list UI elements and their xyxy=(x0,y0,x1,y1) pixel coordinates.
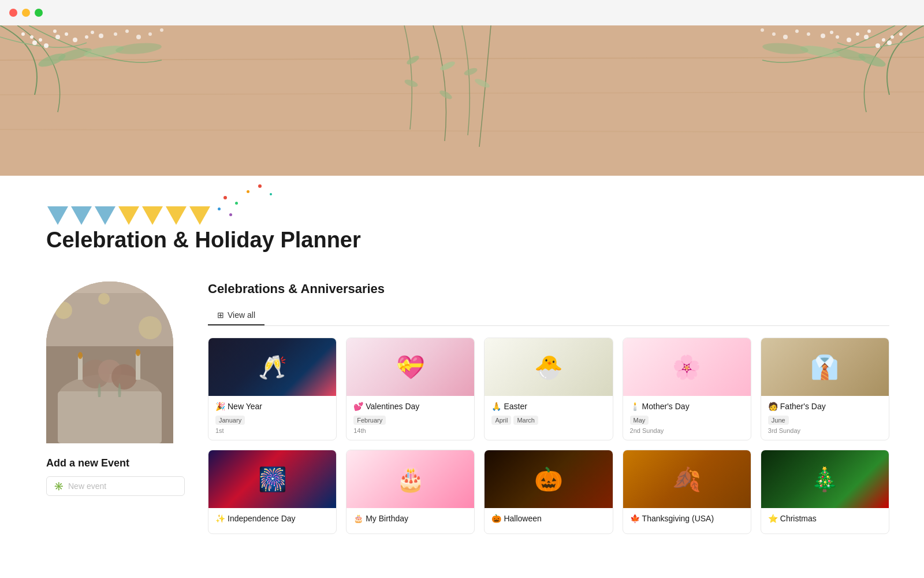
card-title-valentines: 💕 Valentines Day xyxy=(353,402,467,411)
card-new-year[interactable]: 🎉 New Year January 1st xyxy=(208,338,337,440)
page-title-area: Celebration & Holiday Planner xyxy=(0,228,924,253)
card-christmas[interactable]: ⭐ Christmas xyxy=(761,450,889,534)
card-birthday[interactable]: 🎂 My Birthday xyxy=(346,450,475,534)
svg-point-45 xyxy=(762,42,808,56)
confetti-red-2 xyxy=(258,184,262,188)
card-independence[interactable]: ✨ Independence Day xyxy=(208,450,337,534)
card-title-new-year: 🎉 New Year xyxy=(215,402,329,411)
svg-point-57 xyxy=(111,364,137,390)
svg-point-39 xyxy=(783,35,788,39)
svg-point-14 xyxy=(91,31,94,34)
svg-point-63 xyxy=(139,316,162,339)
card-emoji-valentines: 💕 xyxy=(353,402,363,411)
card-body-independence: ✨ Independence Day xyxy=(208,508,336,533)
page: Celebration & Holiday Planner xyxy=(0,25,924,557)
svg-point-62 xyxy=(55,302,72,319)
card-body-mothers-day: 🕯️ Mother's Day May 2nd Sunday xyxy=(623,396,751,440)
card-body-easter: 🙏 Easter AprilMarch xyxy=(485,396,612,433)
svg-point-16 xyxy=(114,32,117,36)
card-fathers-day[interactable]: 🧑 Father's Day June 3rd Sunday xyxy=(761,338,889,440)
svg-point-36 xyxy=(821,34,825,38)
card-date: 3rd Sunday xyxy=(768,427,882,434)
card-valentines[interactable]: 💕 Valentines Day February 14th xyxy=(346,338,475,440)
svg-point-41 xyxy=(761,28,764,32)
svg-point-61 xyxy=(136,349,140,356)
card-emoji-thanksgiving: 🍁 xyxy=(630,514,640,523)
flag-blue-1 xyxy=(47,206,68,225)
svg-point-5 xyxy=(39,38,42,42)
card-emoji-independence: ✨ xyxy=(215,514,225,523)
card-mothers-day[interactable]: 🕯️ Mother's Day May 2nd Sunday xyxy=(623,338,751,440)
card-emoji-christmas: ⭐ xyxy=(768,514,778,523)
hero-banner xyxy=(0,25,924,176)
svg-point-33 xyxy=(847,38,851,42)
card-date: 14th xyxy=(353,427,467,434)
svg-rect-0 xyxy=(0,25,924,176)
card-tag: April xyxy=(491,416,511,425)
svg-point-46 xyxy=(405,54,420,66)
card-tag: May xyxy=(630,416,649,425)
card-easter[interactable]: 🙏 Easter AprilMarch xyxy=(484,338,613,440)
svg-point-64 xyxy=(98,293,110,305)
svg-point-30 xyxy=(864,35,869,39)
card-thanksgiving[interactable]: 🍁 Thanksgiving (USA) xyxy=(623,450,751,534)
svg-point-17 xyxy=(125,29,129,33)
card-emoji-easter: 🙏 xyxy=(491,402,501,411)
svg-point-6 xyxy=(30,35,33,39)
svg-point-55 xyxy=(81,360,110,388)
card-title-fathers-day: 🧑 Father's Day xyxy=(768,402,882,411)
flag-yellow-2 xyxy=(142,206,163,225)
flag-yellow-3 xyxy=(166,206,187,225)
card-image-halloween xyxy=(485,450,612,508)
card-tags-mothers-day: May xyxy=(630,416,744,425)
flag-yellow-1 xyxy=(118,206,139,225)
svg-point-22 xyxy=(57,46,93,64)
confetti-purple xyxy=(229,213,232,216)
card-image-valentines xyxy=(346,338,474,396)
svg-point-21 xyxy=(37,51,67,69)
svg-point-38 xyxy=(795,29,799,33)
card-emoji-mothers-day: 🕯️ xyxy=(630,402,640,411)
tab-view-all[interactable]: ⊞ View all xyxy=(208,306,264,325)
card-image-easter xyxy=(485,338,612,396)
left-sidebar: Add a new Event ✳️ New event xyxy=(46,281,185,534)
card-image-new-year xyxy=(208,338,336,396)
svg-rect-65 xyxy=(46,281,173,293)
card-tag: June xyxy=(768,416,789,425)
confetti-green xyxy=(235,202,238,205)
cards-grid-row1: 🎉 New Year January 1st 💕 Valentines Day … xyxy=(208,338,889,440)
svg-point-32 xyxy=(867,29,871,33)
new-event-placeholder: New event xyxy=(68,481,106,491)
bunting-area xyxy=(0,176,924,228)
new-event-input[interactable]: ✳️ New event xyxy=(46,476,185,496)
svg-point-51 xyxy=(474,77,491,90)
page-content: Add a new Event ✳️ New event Celebration… xyxy=(0,270,924,557)
svg-point-13 xyxy=(85,35,88,39)
add-event-label: Add a new Event xyxy=(46,457,185,469)
card-halloween[interactable]: 🎃 Halloween xyxy=(484,450,613,534)
tab-view-all-label: View all xyxy=(228,310,255,320)
svg-point-19 xyxy=(148,32,152,36)
sidebar-image xyxy=(46,281,173,443)
svg-point-56 xyxy=(98,360,121,383)
svg-point-4 xyxy=(32,40,37,45)
minimize-button[interactable] xyxy=(22,9,30,17)
card-title-birthday: 🎂 My Birthday xyxy=(353,514,467,523)
svg-point-20 xyxy=(160,28,163,32)
svg-line-3 xyxy=(0,129,924,132)
bunting-flags xyxy=(46,206,212,225)
svg-line-2 xyxy=(0,92,924,95)
close-button[interactable] xyxy=(9,9,17,17)
svg-point-40 xyxy=(772,32,776,36)
card-body-halloween: 🎃 Halloween xyxy=(485,508,612,533)
svg-point-49 xyxy=(438,89,453,101)
card-image-thanksgiving xyxy=(623,450,751,508)
card-tag: March xyxy=(513,416,538,425)
card-title-halloween: 🎃 Halloween xyxy=(491,514,605,523)
maximize-button[interactable] xyxy=(35,9,43,17)
svg-point-60 xyxy=(78,352,83,359)
card-tags-valentines: February xyxy=(353,416,467,425)
svg-point-10 xyxy=(65,32,68,36)
card-body-fathers-day: 🧑 Father's Day June 3rd Sunday xyxy=(761,396,889,440)
card-tags-fathers-day: June xyxy=(768,416,882,425)
